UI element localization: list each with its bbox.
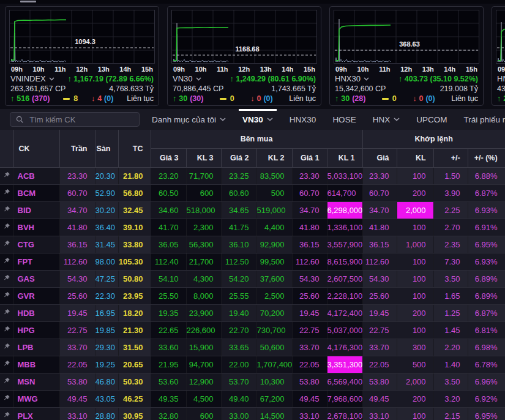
down-arrow-icon: ↓ (91, 94, 95, 103)
index-card-hnx30[interactable]: 368.63 09h10h11h12h13h14h15h HNX30 ↑ 403… (329, 6, 484, 106)
index-card-vn30[interactable]: 1168.68 09h10h11h12h13h14h15h VN30 ↑ 1,2… (167, 6, 321, 106)
ticker-cell[interactable]: BCM (13, 185, 59, 202)
pin-cell[interactable] (0, 288, 13, 305)
pin-cell[interactable] (0, 356, 13, 373)
pin-icon[interactable] (3, 189, 10, 196)
nav-tab-5[interactable]: UPCOM (416, 109, 447, 130)
index-card-vnindex[interactable]: 1094.3 09h10h11h12h13h14h15h VNINDEX ↑ 1… (5, 6, 159, 106)
pin-cell[interactable] (0, 391, 13, 408)
value-cell: 33.00 (221, 408, 256, 420)
ticker-cell[interactable]: PLX (13, 408, 59, 420)
column-header-change-pct[interactable]: +/- (%) (468, 149, 505, 168)
pin-cell[interactable] (0, 168, 13, 185)
value-cell: 50.30 (118, 373, 151, 391)
table-row[interactable]: BVH41.8036.4039.1041.702,30041.754,40041… (0, 219, 505, 236)
table-row[interactable]: MBB22.0519.2520.6521.9594,70022.001,707,… (0, 356, 505, 373)
nav-tab-4[interactable]: HNX (373, 109, 400, 130)
up-arrow-icon: ↑ (230, 75, 234, 83)
column-header-kl3[interactable]: KL 3 (186, 149, 221, 168)
value-cell: 50,600 (256, 339, 292, 356)
ticker-cell[interactable]: BVH (13, 219, 59, 236)
table-row[interactable]: MWG49.4543.0546.2549.354,50049.4067,2004… (0, 391, 505, 408)
pin-icon[interactable] (3, 377, 10, 384)
nav-tab-0[interactable]: Danh mục của tôi (152, 109, 226, 130)
ticker-cell[interactable]: GVR (13, 288, 59, 305)
pin-icon[interactable] (3, 309, 10, 316)
table-row[interactable]: HDB19.4516.9518.2019.3523,90019.4070,200… (0, 305, 505, 322)
ticker-cell[interactable]: LPB (13, 339, 59, 356)
pin-icon[interactable] (3, 274, 10, 282)
column-header-gia2[interactable]: Giá 2 (221, 149, 256, 168)
table-row[interactable]: HPG22.7519.8521.3022.65226,60022.70730,7… (0, 322, 505, 339)
ticker-cell[interactable]: HPG (13, 322, 59, 339)
column-header-kl1[interactable]: KL 1 (327, 149, 362, 168)
pin-icon[interactable] (3, 223, 10, 230)
index-card-hnx[interactable]: 09h10h11h12h13h14h15h HNX 43,7 ↑20 (492, 6, 505, 106)
column-header-gia[interactable]: Giá (362, 149, 397, 168)
pin-cell[interactable] (0, 202, 13, 219)
pin-icon[interactable] (3, 291, 10, 299)
pin-icon[interactable] (3, 257, 10, 264)
pin-cell[interactable] (0, 373, 13, 391)
index-name-dropdown[interactable]: HNX30 (335, 74, 369, 84)
nav-tab-6[interactable]: Trái phiếu riêng lẻ (463, 109, 505, 130)
unchanged-stat: 8 (63, 94, 78, 103)
pin-icon[interactable] (3, 171, 10, 179)
pin-cell[interactable] (0, 236, 13, 253)
column-header-kl2[interactable]: KL 2 (256, 149, 292, 168)
table-row[interactable]: GVR25.6022.3023.9525.508,00025.552,50025… (0, 288, 505, 305)
column-header-kl[interactable]: KL (397, 149, 433, 168)
search-input[interactable] (28, 114, 133, 125)
value-cell: 19.35 (151, 305, 186, 322)
column-header-gia3[interactable]: Giá 3 (151, 149, 186, 168)
pin-icon[interactable] (3, 240, 10, 247)
column-header-tc[interactable]: TC (118, 130, 151, 168)
table-row[interactable]: CTG36.1531.4533.8036.0556,30036.1092,900… (0, 236, 505, 253)
ticker-cell[interactable]: MBB (13, 356, 59, 373)
table-row[interactable]: BCM60.7052.9056.8060.5060060.6050060.706… (0, 185, 505, 202)
table-row[interactable]: FPT112.6098.00105.30112.4021,700112.5099… (0, 253, 505, 271)
pin-cell[interactable] (0, 271, 13, 288)
pin-icon[interactable] (3, 326, 10, 333)
table-row[interactable]: MSN53.8046.8050.3053.6012,90053.7010,300… (0, 373, 505, 391)
index-name-dropdown[interactable]: HNX (497, 74, 505, 84)
value-cell: 2,607,500 (327, 271, 362, 288)
nav-tab-2[interactable]: HNX30 (290, 109, 316, 130)
nav-tab-1[interactable]: VN30 (242, 109, 273, 130)
ticker-cell[interactable]: ACB (13, 168, 59, 185)
value-cell: 6.92% (468, 391, 505, 408)
ticker-cell[interactable]: MWG (13, 391, 59, 408)
column-header-san[interactable]: Sàn (95, 130, 118, 168)
index-name-dropdown[interactable]: VNINDEX (10, 74, 54, 84)
pin-icon[interactable] (3, 394, 10, 402)
column-header-tran[interactable]: Trần (59, 130, 95, 168)
pin-cell[interactable] (0, 219, 13, 236)
table-row[interactable]: BID34.7030.2032.4534.60518,00034.65519,0… (0, 202, 505, 219)
pin-icon[interactable] (3, 343, 10, 350)
index-name-dropdown[interactable]: VN30 (173, 74, 201, 84)
ticker-cell[interactable]: GAS (13, 271, 59, 288)
pin-cell[interactable] (0, 339, 13, 356)
pin-icon[interactable] (3, 360, 10, 367)
pin-icon[interactable] (3, 411, 10, 419)
pin-cell[interactable] (0, 185, 13, 202)
ticker-cell[interactable]: HDB (13, 305, 59, 322)
column-header-ck[interactable]: CK (13, 130, 59, 168)
ticker-cell[interactable]: MSN (13, 373, 59, 391)
table-row[interactable]: GAS54.3047.2550.8054.104,30054.2037,6005… (0, 271, 505, 288)
pin-cell[interactable] (0, 408, 13, 420)
column-header-change[interactable]: +/- (433, 149, 468, 168)
nav-tab-3[interactable]: HOSE (332, 109, 356, 130)
pin-cell[interactable] (0, 305, 13, 322)
column-header-gia1[interactable]: Giá 1 (292, 149, 327, 168)
ticker-cell[interactable]: FPT (13, 253, 59, 271)
table-row[interactable]: ACB23.3020.3021.8023.2071,70023.2583,500… (0, 168, 505, 185)
pin-cell[interactable] (0, 253, 13, 271)
ticker-cell[interactable]: CTG (13, 236, 59, 253)
pin-icon[interactable] (3, 206, 10, 213)
table-row[interactable]: PLX33.1028.8030.9532.8060033.0014,50033.… (0, 408, 505, 420)
table-row[interactable]: LPB33.7029.3031.5033.6015,90033.6550,600… (0, 339, 505, 356)
ticker-cell[interactable]: BID (13, 202, 59, 219)
pin-cell[interactable] (0, 322, 13, 339)
stock-search-box[interactable] (10, 112, 140, 127)
